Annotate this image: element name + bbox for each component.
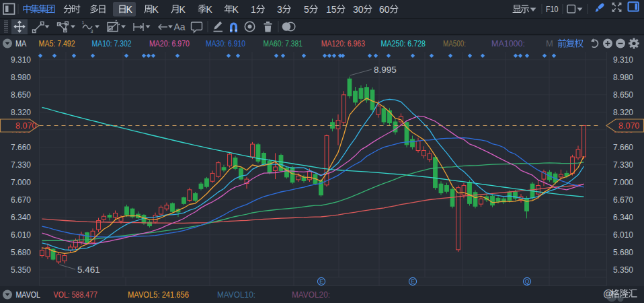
svg-text:6.340: 6.340: [11, 213, 31, 222]
svg-text:5.680: 5.680: [613, 248, 633, 257]
svg-text:7.330: 7.330: [11, 160, 31, 170]
svg-text:VOL: 588.477: VOL: 588.477: [54, 290, 97, 300]
svg-text:K: K: [126, 4, 133, 15]
svg-text:MAVOL: MAVOL: [16, 290, 41, 300]
svg-text:8.320: 8.320: [11, 108, 31, 117]
svg-text:MA20: 6.970: MA20: 6.970: [149, 38, 190, 48]
svg-text:3: 3: [91, 29, 93, 34]
svg-text:8.650: 8.650: [613, 90, 633, 100]
svg-text:F10: F10: [546, 4, 559, 14]
svg-text:7.330: 7.330: [613, 160, 633, 170]
svg-text:8.320: 8.320: [613, 108, 633, 117]
svg-text:5.461: 5.461: [77, 265, 100, 275]
svg-text:MA250: 6.728: MA250: 6.728: [381, 38, 426, 48]
svg-text:9.310: 9.310: [11, 55, 31, 65]
svg-text:MA5: 7.492: MA5: 7.492: [39, 38, 75, 48]
svg-text:8.995: 8.995: [374, 65, 397, 75]
svg-text:5.350: 5.350: [11, 265, 31, 275]
svg-text:MA10: 7.302: MA10: 7.302: [92, 38, 132, 48]
svg-text:@: @: [603, 288, 613, 299]
svg-text:MA1000:: MA1000:: [491, 38, 525, 48]
svg-text:3: 3: [277, 4, 282, 15]
svg-text:MA120: 6.963: MA120: 6.963: [321, 38, 365, 48]
svg-text:K: K: [233, 4, 239, 15]
svg-text:K: K: [179, 4, 186, 15]
svg-text:MAVOL10:: MAVOL10:: [217, 290, 255, 300]
svg-text:1: 1: [251, 4, 256, 15]
svg-text:8.650: 8.650: [11, 90, 31, 100]
svg-text:7.660: 7.660: [11, 143, 31, 152]
svg-text:K: K: [206, 4, 213, 15]
svg-text:60: 60: [379, 4, 390, 15]
svg-text:5.680: 5.680: [11, 248, 31, 257]
svg-text:6.670: 6.670: [11, 195, 31, 205]
svg-text:MA60: 7.381: MA60: 7.381: [264, 38, 303, 48]
svg-text:MA500:: MA500:: [443, 38, 466, 48]
svg-text:6.340: 6.340: [613, 213, 633, 222]
svg-text:MAVOL5: 241.656: MAVOL5: 241.656: [128, 290, 189, 300]
svg-text:1: 1: [82, 20, 85, 25]
svg-text:30: 30: [353, 4, 364, 15]
svg-text:8.980: 8.980: [11, 73, 31, 82]
svg-text:5.350: 5.350: [613, 265, 633, 275]
svg-text:8.070: 8.070: [15, 121, 36, 131]
svg-text:8.070: 8.070: [618, 121, 639, 131]
svg-text:6.010: 6.010: [613, 230, 633, 240]
svg-text:M: M: [546, 38, 553, 48]
svg-text:Q: Q: [525, 278, 530, 285]
svg-text:7.660: 7.660: [613, 143, 633, 152]
svg-text:15: 15: [326, 4, 337, 15]
svg-text:6.670: 6.670: [613, 195, 633, 205]
svg-text:6.010: 6.010: [11, 230, 31, 240]
svg-text:MA: MA: [15, 38, 27, 48]
svg-text:E: E: [319, 278, 323, 285]
svg-text:MAVOL20:: MAVOL20:: [292, 290, 330, 300]
svg-text:K: K: [153, 4, 159, 15]
svg-text:7.000: 7.000: [11, 178, 31, 187]
svg-text:7.000: 7.000: [613, 178, 633, 187]
svg-text:E: E: [411, 278, 415, 285]
svg-text:Aa: Aa: [174, 22, 186, 32]
svg-text:MA30: 6.910: MA30: 6.910: [206, 38, 245, 48]
svg-text:9.310: 9.310: [613, 55, 633, 65]
svg-text:5: 5: [304, 4, 309, 15]
svg-text:8.980: 8.980: [613, 73, 633, 82]
